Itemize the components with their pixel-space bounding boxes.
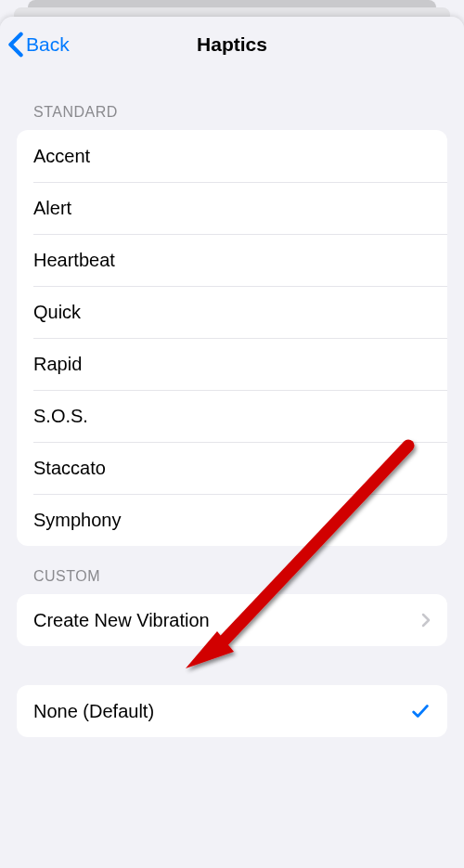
page-title: Haptics [0,33,464,56]
back-button[interactable]: Back [0,32,70,58]
haptic-option-quick[interactable]: Quick [17,286,447,338]
row-label: None (Default) [33,701,410,722]
none-group: None (Default) [17,685,447,737]
chevron-left-icon [7,32,24,58]
chevron-right-icon [421,613,431,628]
row-label: Alert [33,198,431,219]
haptic-option-heartbeat[interactable]: Heartbeat [17,234,447,286]
row-label: Create New Vibration [33,610,421,631]
row-label: Accent [33,146,431,167]
row-label: Staccato [33,458,431,479]
back-label: Back [26,33,70,56]
create-new-vibration-button[interactable]: Create New Vibration [17,594,447,646]
haptic-option-none[interactable]: None (Default) [17,685,447,737]
nav-bar: Back Haptics [0,17,464,72]
section-header-custom: Custom [0,546,464,594]
row-label: Heartbeat [33,250,431,271]
custom-group: Create New Vibration [17,594,447,646]
haptic-option-symphony[interactable]: Symphony [17,494,447,546]
check-icon [410,701,431,721]
haptic-option-accent[interactable]: Accent [17,130,447,182]
row-label: Symphony [33,510,431,531]
haptic-option-alert[interactable]: Alert [17,182,447,234]
row-label: Rapid [33,354,431,375]
row-label: S.O.S. [33,406,431,427]
settings-sheet: Back Haptics Standard Accent Alert Heart… [0,17,464,868]
row-label: Quick [33,302,431,323]
haptic-option-sos[interactable]: S.O.S. [17,390,447,442]
haptic-option-rapid[interactable]: Rapid [17,338,447,390]
standard-group: Accent Alert Heartbeat Quick Rapid S.O.S… [17,130,447,546]
section-header-standard: Standard [0,82,464,130]
haptic-option-staccato[interactable]: Staccato [17,442,447,494]
